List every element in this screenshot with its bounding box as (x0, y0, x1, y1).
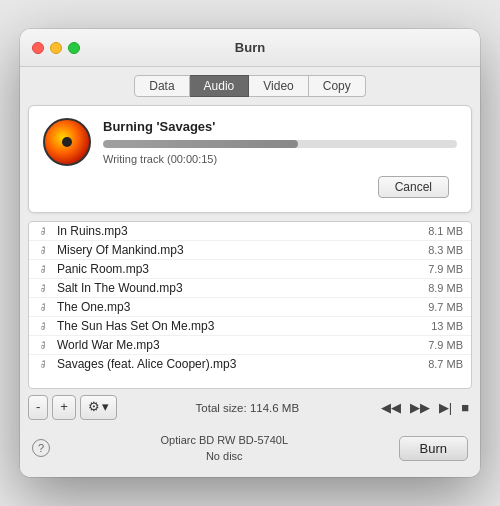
rewind-button[interactable]: ◀◀ (378, 398, 404, 417)
tab-data[interactable]: Data (134, 75, 189, 97)
track-name: The One.mp3 (57, 300, 422, 314)
music-icon (37, 224, 51, 238)
track-name: Salt In The Wound.mp3 (57, 281, 422, 295)
list-item[interactable]: The One.mp3 9.7 MB (29, 298, 471, 317)
track-name: World War Me.mp3 (57, 338, 422, 352)
tab-video[interactable]: Video (249, 75, 308, 97)
music-icon (37, 338, 51, 352)
cancel-button[interactable]: Cancel (378, 176, 449, 198)
maximize-button[interactable] (68, 42, 80, 54)
chevron-down-icon: ▾ (102, 398, 109, 416)
track-size: 7.9 MB (428, 263, 463, 275)
add-track-button[interactable]: + (52, 395, 76, 419)
playback-controls: ◀◀ ▶▶ ▶| ■ (378, 398, 472, 417)
track-size: 13 MB (431, 320, 463, 332)
track-name: The Sun Has Set On Me.mp3 (57, 319, 425, 333)
burn-info: Burning 'Savages' Writing track (00:00:1… (103, 119, 457, 165)
tab-copy[interactable]: Copy (309, 75, 366, 97)
music-icon (37, 319, 51, 333)
track-size: 8.9 MB (428, 282, 463, 294)
help-button[interactable]: ? (32, 439, 50, 457)
window-title: Burn (235, 40, 265, 55)
end-button[interactable]: ▶| (436, 398, 455, 417)
disc-icon (43, 118, 91, 166)
list-item[interactable]: World War Me.mp3 7.9 MB (29, 336, 471, 355)
music-icon (37, 243, 51, 257)
track-size: 7.9 MB (428, 339, 463, 351)
burn-header: Burning 'Savages' Writing track (00:00:1… (43, 118, 457, 166)
traffic-lights (32, 42, 80, 54)
close-button[interactable] (32, 42, 44, 54)
track-name: Savages (feat. Alice Cooper).mp3 (57, 357, 422, 371)
gear-icon: ⚙ (88, 398, 100, 416)
disc-info: Optiarc BD RW BD-5740L No disc (58, 432, 391, 465)
stop-button[interactable]: ■ (458, 398, 472, 417)
progress-bar-fill (103, 140, 298, 148)
tab-audio[interactable]: Audio (190, 75, 250, 97)
titlebar: Burn (20, 29, 480, 67)
list-item[interactable]: The Sun Has Set On Me.mp3 13 MB (29, 317, 471, 336)
track-size: 8.1 MB (428, 225, 463, 237)
music-icon (37, 262, 51, 276)
burn-title: Burning 'Savages' (103, 119, 457, 134)
list-item[interactable]: Savages (feat. Alice Cooper).mp3 8.7 MB (29, 355, 471, 373)
list-item[interactable]: Panic Room.mp3 7.9 MB (29, 260, 471, 279)
music-icon (37, 357, 51, 371)
music-icon (37, 281, 51, 295)
burn-button[interactable]: Burn (399, 436, 468, 461)
track-name: Panic Room.mp3 (57, 262, 422, 276)
music-icon (37, 300, 51, 314)
fast-forward-button[interactable]: ▶▶ (407, 398, 433, 417)
bottom-bar: ? Optiarc BD RW BD-5740L No disc Burn (20, 426, 480, 477)
minimize-button[interactable] (50, 42, 62, 54)
burn-status: Writing track (00:00:15) (103, 153, 457, 165)
list-item[interactable]: Salt In The Wound.mp3 8.9 MB (29, 279, 471, 298)
track-size: 8.7 MB (428, 358, 463, 370)
track-name: In Ruins.mp3 (57, 224, 422, 238)
settings-button[interactable]: ⚙ ▾ (80, 395, 117, 419)
track-name: Misery Of Mankind.mp3 (57, 243, 422, 257)
disc-name: Optiarc BD RW BD-5740L (58, 432, 391, 449)
track-size: 8.3 MB (428, 244, 463, 256)
list-item[interactable]: In Ruins.mp3 8.1 MB (29, 222, 471, 241)
cancel-row: Cancel (51, 176, 449, 198)
track-list[interactable]: In Ruins.mp3 8.1 MB Misery Of Mankind.mp… (28, 221, 472, 389)
tab-bar: Data Audio Video Copy (20, 67, 480, 101)
toolbar: - + ⚙ ▾ Total size: 114.6 MB ◀◀ ▶▶ ▶| ■ (20, 389, 480, 425)
track-size: 9.7 MB (428, 301, 463, 313)
progress-bar-background (103, 140, 457, 148)
total-size-label: Total size: 114.6 MB (121, 402, 374, 414)
disc-status: No disc (58, 448, 391, 465)
remove-track-button[interactable]: - (28, 395, 48, 419)
main-window: Burn Data Audio Video Copy Burning 'Sava… (20, 29, 480, 476)
list-item[interactable]: Misery Of Mankind.mp3 8.3 MB (29, 241, 471, 260)
burn-progress-panel: Burning 'Savages' Writing track (00:00:1… (28, 105, 472, 213)
